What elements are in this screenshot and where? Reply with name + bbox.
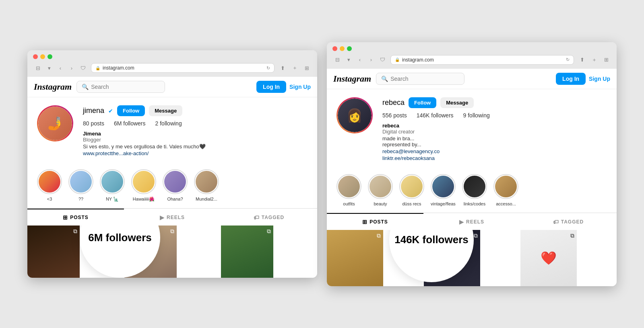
bio-line-2: represented by... bbox=[382, 141, 607, 148]
signup-button-1[interactable]: Sign Up bbox=[289, 81, 311, 93]
highlight-item-2-5[interactable]: links/codes bbox=[462, 174, 487, 206]
highlights-2: outfits beauty düss recs vintage/fleas bbox=[327, 168, 617, 213]
highlight-circle-2-3 bbox=[399, 174, 424, 199]
share-icon-1[interactable]: ⬆ bbox=[278, 63, 287, 73]
forward-icon[interactable]: › bbox=[67, 63, 76, 73]
search-input-1[interactable] bbox=[91, 84, 160, 90]
post-image-2-3: ❤️ bbox=[520, 230, 577, 286]
highlight-thumb-2-4 bbox=[432, 176, 454, 197]
avatar-image-2: 👩 bbox=[338, 98, 372, 132]
refresh-icon-2[interactable]: ↻ bbox=[566, 57, 570, 62]
profile-header-2: 👩 rebeca Follow Message 556 posts 146K f… bbox=[336, 97, 607, 161]
post-thumb-3[interactable]: ⧉ bbox=[221, 226, 273, 278]
login-button-1[interactable]: Log In bbox=[256, 81, 286, 93]
highlight-thumb-2 bbox=[70, 171, 92, 193]
posts-stat-1: 80 posts bbox=[83, 120, 104, 127]
search-icon-2: 🔍 bbox=[381, 76, 388, 82]
highlight-item-2-2[interactable]: beauty bbox=[368, 174, 393, 206]
message-button-2[interactable]: Message bbox=[440, 97, 474, 108]
highlight-item-3[interactable]: NY 🗽 bbox=[100, 169, 125, 202]
highlight-circle-2-2 bbox=[368, 174, 393, 199]
share-icon-2[interactable]: ⬆ bbox=[577, 55, 587, 65]
address-bar-1[interactable]: 🔒 instagram.com ↻ bbox=[91, 63, 275, 73]
maximize-button-2[interactable] bbox=[347, 46, 352, 51]
highlight-circle-2 bbox=[68, 169, 93, 194]
highlight-label-2-3: düss recs bbox=[402, 201, 421, 206]
bio-email-2[interactable]: rebeca@levenagency.co bbox=[382, 148, 607, 154]
highlight-circle-4 bbox=[131, 169, 156, 194]
followers-stat-2: 146K followers bbox=[417, 112, 454, 119]
login-button-2[interactable]: Log In bbox=[556, 73, 586, 85]
search-bar-1[interactable]: 🔍 bbox=[76, 81, 165, 93]
browser-chrome-1: ⊟ ▾ ‹ › 🛡 🔒 instagram.com ↻ ⬆ ＋ ⊞ bbox=[27, 50, 317, 77]
post-thumb-2-3[interactable]: ❤️ ⧉ bbox=[520, 230, 577, 286]
address-bar-2[interactable]: 🔒 instagram.com ↻ bbox=[390, 55, 574, 65]
tab-reels-2[interactable]: ▶ REELS bbox=[423, 213, 520, 230]
signup-button-2[interactable]: Sign Up bbox=[589, 73, 610, 85]
highlight-label-2-4: vintage/fleas bbox=[431, 201, 456, 206]
tab-tagged-label-2: TAGGED bbox=[561, 219, 584, 225]
search-icon-1: 🔍 bbox=[82, 84, 89, 90]
close-button-2[interactable] bbox=[332, 46, 337, 51]
tooltip-count-2: 146K followers bbox=[394, 234, 469, 246]
post-thumb-2-1[interactable]: ⧉ bbox=[327, 230, 383, 286]
message-button-1[interactable]: Message bbox=[149, 105, 182, 116]
sidebar-toggle-icon-2[interactable]: ⊟ bbox=[332, 55, 342, 65]
tab-tagged-1[interactable]: 🏷 TAGGED bbox=[221, 209, 317, 226]
highlight-item-4[interactable]: Hawaiiiii🌺 bbox=[131, 169, 156, 202]
traffic-lights-1 bbox=[33, 54, 312, 59]
tab-tagged-2[interactable]: 🏷 TAGGED bbox=[520, 213, 617, 230]
profile-stats-1: 80 posts 6M followers 2 following bbox=[83, 120, 308, 127]
highlight-thumb-3 bbox=[101, 171, 123, 193]
close-button-1[interactable] bbox=[33, 54, 38, 59]
highlight-item-1[interactable]: <3 bbox=[37, 169, 62, 202]
highlight-thumb-2-6 bbox=[495, 176, 517, 197]
highlight-label-6: Mundial2... bbox=[196, 197, 217, 201]
highlight-item-6[interactable]: Mundial2... bbox=[194, 169, 219, 202]
tabs-icon-1[interactable]: ⊞ bbox=[302, 63, 312, 73]
chevron-down-icon[interactable]: ▾ bbox=[44, 63, 54, 73]
avatar-container-2: 👩 bbox=[336, 97, 373, 133]
maximize-button-1[interactable] bbox=[47, 54, 52, 59]
tab-posts-2[interactable]: ⊞ POSTS bbox=[327, 213, 423, 230]
highlight-circle-2-1 bbox=[336, 174, 361, 199]
tab-reels-1[interactable]: ▶ REELS bbox=[124, 209, 221, 226]
tab-posts-1[interactable]: ⊞ POSTS bbox=[27, 209, 124, 226]
sidebar-toggle-icon[interactable]: ⊟ bbox=[33, 63, 43, 73]
ig-profile-2: 👩 rebeca Follow Message 556 posts 146K f… bbox=[327, 89, 617, 161]
highlight-item-2-3[interactable]: düss recs bbox=[399, 174, 424, 206]
verified-badge-1: ✔ bbox=[108, 108, 113, 114]
post-image-2-1 bbox=[327, 230, 383, 286]
multiple-posts-icon-3: ⧉ bbox=[267, 228, 271, 235]
highlight-label-5: Ohana? bbox=[167, 197, 183, 201]
highlight-item-2[interactable]: ?? bbox=[68, 169, 93, 202]
follow-button-1[interactable]: Follow bbox=[117, 105, 145, 116]
nav-buttons-2: ⊟ ▾ ‹ › 🛡 bbox=[332, 55, 387, 65]
highlight-item-2-6[interactable]: accesso... bbox=[493, 174, 518, 206]
chevron-down-icon-2[interactable]: ▾ bbox=[344, 55, 353, 65]
header-actions-1: Log In Sign Up bbox=[256, 81, 311, 93]
multiple-posts-icon-2-2: ⧉ bbox=[474, 232, 478, 239]
back-icon-2[interactable]: ‹ bbox=[355, 55, 365, 65]
profile-link-1[interactable]: www.protectthe...ake-action/ bbox=[83, 150, 308, 156]
refresh-icon-1[interactable]: ↻ bbox=[266, 66, 270, 71]
highlight-item-2-4[interactable]: vintage/fleas bbox=[431, 174, 456, 206]
new-tab-icon-1[interactable]: ＋ bbox=[290, 63, 299, 73]
tabs-icon-2[interactable]: ⊞ bbox=[601, 55, 611, 65]
minimize-button-2[interactable] bbox=[340, 46, 345, 51]
forward-icon-2[interactable]: › bbox=[366, 55, 376, 65]
minimize-button-1[interactable] bbox=[40, 54, 45, 59]
follow-button-2[interactable]: Follow bbox=[409, 97, 436, 108]
post-thumb-1[interactable]: ⧉ bbox=[27, 226, 80, 278]
highlight-item-5[interactable]: Ohana? bbox=[163, 169, 188, 202]
back-icon[interactable]: ‹ bbox=[56, 63, 65, 73]
highlight-label-1: <3 bbox=[47, 197, 52, 201]
highlight-circle-5 bbox=[163, 169, 188, 194]
bio-link-2[interactable]: linktr.ee/rebecaoksana bbox=[382, 155, 607, 161]
highlight-item-2-1[interactable]: outfits bbox=[336, 174, 361, 206]
search-input-2[interactable] bbox=[390, 76, 459, 82]
new-tab-icon-2[interactable]: ＋ bbox=[589, 55, 599, 65]
url-text-1: instagram.com bbox=[103, 65, 134, 71]
search-bar-2[interactable]: 🔍 bbox=[376, 73, 464, 85]
highlight-circle-6 bbox=[194, 169, 219, 194]
